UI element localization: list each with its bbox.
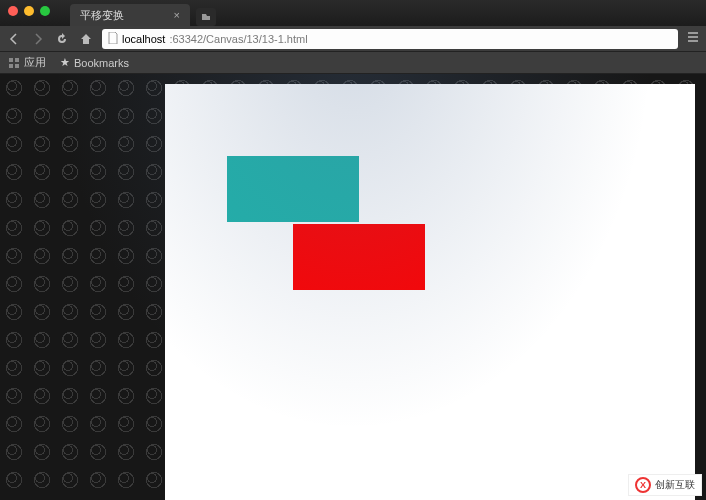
back-button[interactable] (6, 31, 22, 47)
browser-tabstrip: 平移变换 × (0, 0, 706, 26)
close-tab-icon[interactable]: × (174, 9, 180, 21)
url-path: :63342/Canvas/13/13-1.html (169, 33, 307, 45)
arrow-left-icon (8, 33, 20, 45)
browser-toolbar: localhost:63342/Canvas/13/13-1.html (0, 26, 706, 52)
watermark-text: 创新互联 (655, 478, 695, 492)
bookmarks-item-label: 应用 (24, 55, 46, 70)
browser-viewport: X 创新互联 (0, 74, 706, 500)
minimize-window-button[interactable] (24, 6, 34, 16)
svg-rect-3 (15, 64, 19, 68)
home-button[interactable] (78, 31, 94, 47)
apps-icon (8, 57, 20, 69)
page-icon (108, 32, 118, 46)
new-tab-button[interactable] (196, 8, 216, 26)
bookmarks-item-label: Bookmarks (74, 57, 129, 69)
arrow-right-icon (32, 33, 44, 45)
bookmarks-item-bookmarks[interactable]: ★ Bookmarks (60, 56, 129, 69)
bookmarks-bar: 应用 ★ Bookmarks (0, 52, 706, 74)
hamburger-icon (686, 30, 700, 44)
svg-rect-2 (9, 64, 13, 68)
watermark: X 创新互联 (628, 474, 702, 496)
svg-rect-1 (15, 58, 19, 62)
reload-icon (56, 33, 68, 45)
close-window-button[interactable] (8, 6, 18, 16)
star-icon: ★ (60, 56, 70, 69)
new-tab-icon (201, 12, 211, 22)
bookmarks-item-apps[interactable]: 应用 (8, 55, 46, 70)
window-traffic-lights (8, 6, 50, 16)
canvas-rect-red (293, 224, 425, 290)
address-bar[interactable]: localhost:63342/Canvas/13/13-1.html (102, 29, 678, 49)
tab-title: 平移变换 (80, 8, 124, 23)
canvas-rect-teal (227, 156, 359, 222)
browser-tab-active[interactable]: 平移变换 × (70, 4, 190, 26)
reload-button[interactable] (54, 31, 70, 47)
canvas-page (165, 84, 695, 500)
maximize-window-button[interactable] (40, 6, 50, 16)
browser-menu-button[interactable] (686, 30, 700, 47)
home-icon (80, 33, 92, 45)
url-host: localhost (122, 33, 165, 45)
svg-rect-0 (9, 58, 13, 62)
watermark-logo-icon: X (635, 477, 651, 493)
forward-button[interactable] (30, 31, 46, 47)
